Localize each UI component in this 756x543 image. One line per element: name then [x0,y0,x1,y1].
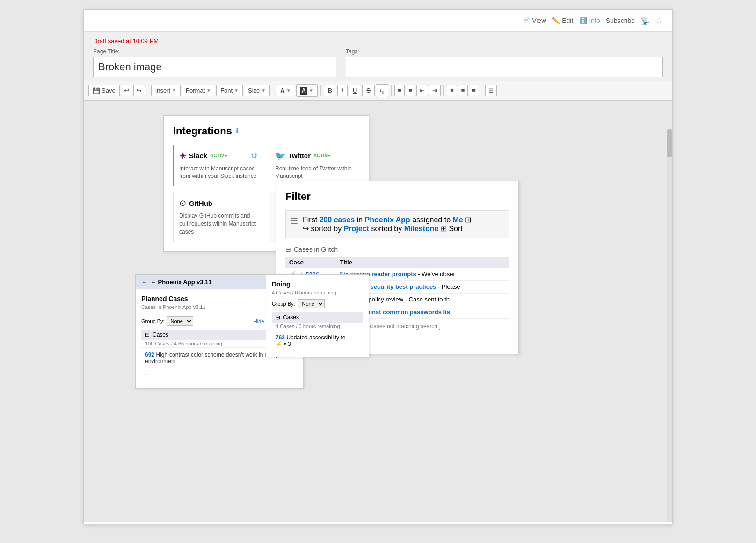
collapse-icon[interactable]: ⊟ [285,246,291,253]
phoenix-back-icon[interactable]: ← [141,279,147,286]
filter-query-in: in [357,216,365,224]
size-button[interactable]: Size ▼ [244,85,270,96]
unordered-list-button[interactable]: ≡ [406,85,416,96]
doing-collapse-icon[interactable]: ⊟ [276,314,280,321]
filter-milestone-link[interactable]: Milestone [404,225,439,233]
doing-section: Doing 4 Cases / 0 hours remaining Group … [266,274,369,357]
edit-button[interactable]: ✏️ Edit [552,16,573,25]
insert-button[interactable]: Insert ▼ [151,85,181,96]
font-color-button[interactable]: A ▼ [276,85,295,96]
page-title-input[interactable] [93,57,336,77]
filter-title: Filter [285,191,509,203]
align-left-button[interactable]: ≡ [447,85,457,96]
view-label: View [532,17,546,24]
ordered-list-button[interactable]: ≡ [394,85,405,96]
underline-label: U [353,87,357,94]
integrations-title-text: Integrations [173,125,232,137]
undo-button[interactable]: ↩ [121,85,132,96]
integrations-title: Integrations ℹ [173,125,359,137]
phoenix-title: ← Phoenix App v3.11 [150,279,212,286]
star-button[interactable]: ☆ [655,15,663,26]
font-button[interactable]: Font ▼ [216,85,243,96]
font-color-icon: A [280,87,284,94]
info-button[interactable]: ℹ️ Info [579,16,600,25]
bold-button[interactable]: B [324,85,336,96]
align-right-button[interactable]: ≡ [469,85,479,96]
doing-cases-count: 4 Cases / 0 hours remaining [272,323,363,330]
clear-format-label: Ix [380,87,384,95]
insert-label: Insert [155,87,171,94]
slack-gear-icon[interactable]: ⚙ [251,151,257,160]
doing-cases-header: ⊟ Cases [272,312,363,323]
doing-case-desc: Updated accessibility te [286,334,345,341]
filter-project-link[interactable]: Project [344,225,369,233]
content-area: Integrations ℹ ✳ Slack ACTIVE ⚙ Interact… [84,101,672,522]
filter-count-link[interactable]: 200 cases [320,216,355,224]
font-label: Font [220,87,233,94]
indent-button[interactable]: ⇥ [429,85,441,96]
separator-1 [148,85,148,96]
case-item-more: ... [141,368,298,379]
filter-query-icon: ☰ [291,215,298,227]
clear-format-button[interactable]: Ix [376,84,388,97]
table-button[interactable]: ⊞ [485,85,497,96]
doing-sub: 4 Cases / 0 hours remaining [272,290,363,295]
tags-input[interactable] [346,57,663,77]
rss-icon: 📡 [640,16,650,25]
integrations-info-icon[interactable]: ℹ [236,127,238,135]
filter-me-link[interactable]: Me [452,216,463,224]
scrollbar[interactable] [667,129,672,522]
undo-icon: ↩ [124,87,129,94]
case-desc: High-contrast color scheme doesn't work … [145,352,278,365]
twitter-icon: 🐦 [275,151,285,161]
unordered-list-icon: ≡ [409,87,413,94]
filter-sort-btn[interactable]: ⊞ Sort [441,225,463,233]
format-label: Format [186,87,205,94]
rss-button[interactable]: 📡 [640,16,650,25]
separator-4 [391,85,392,96]
save-button[interactable]: 💾 Save [88,85,120,96]
format-button[interactable]: Format ▼ [182,85,215,96]
ordered-list-icon: ≡ [398,87,401,94]
slack-icon: ✳ [179,151,186,161]
twitter-header: 🐦 Twitter ACTIVE [275,151,353,161]
group-by-select[interactable]: None [167,316,193,326]
indent-icon: ⇥ [432,87,437,94]
doing-case-item[interactable]: 762 Updated accessibility te ⚡ • 3 [272,330,363,351]
underline-button[interactable]: U [349,85,361,96]
doing-group-by-select[interactable]: None [298,299,325,308]
main-container: 📄 View ✏️ Edit ℹ️ Info Subscribe 📡 ☆ Dra… [83,9,673,524]
doing-case-num: 762 [276,334,285,341]
format-arrow: ▼ [206,88,211,93]
insert-arrow: ▼ [172,88,176,93]
redo-button[interactable]: ↪ [133,85,145,96]
cases-collapse-icon[interactable]: ⊟ [145,331,150,338]
twitter-badge: ACTIVE [313,153,331,158]
align-right-icon: ≡ [472,87,476,94]
subscribe-button[interactable]: Subscribe [606,17,635,24]
separator-3 [320,85,321,96]
info-label: Info [589,17,600,24]
case-num: 692 [145,352,154,358]
outdent-icon: ⇤ [420,87,425,94]
align-center-icon: ≡ [461,87,465,94]
draft-status: Draft saved at 10:09 PM [93,37,663,44]
view-icon: 📄 [522,16,530,25]
filter-group-name: Cases in Glitch [294,246,338,253]
highlight-button[interactable]: A ▼ [296,84,318,97]
filter-app-link[interactable]: Phoenix App [365,216,410,224]
strikethrough-button[interactable]: S [362,85,375,96]
bold-label: B [328,87,332,94]
view-button[interactable]: 📄 View [522,16,546,25]
github-name: GitHub [189,199,212,207]
github-integration[interactable]: ⊙ GitHub Display GitHub commits and pull… [173,192,263,242]
outdent-button[interactable]: ⇤ [416,85,428,96]
highlight-icon: A [300,87,307,95]
italic-button[interactable]: I [337,85,348,96]
font-color-arrow: ▼ [286,88,291,93]
align-center-button[interactable]: ≡ [458,85,468,96]
filter-query: ☰ First 200 cases in Phoenix App assigne… [285,210,509,238]
slack-integration[interactable]: ✳ Slack ACTIVE ⚙ Interact with Manuscrip… [173,145,263,187]
save-icon: 💾 [93,87,100,94]
redo-icon: ↪ [137,87,142,94]
